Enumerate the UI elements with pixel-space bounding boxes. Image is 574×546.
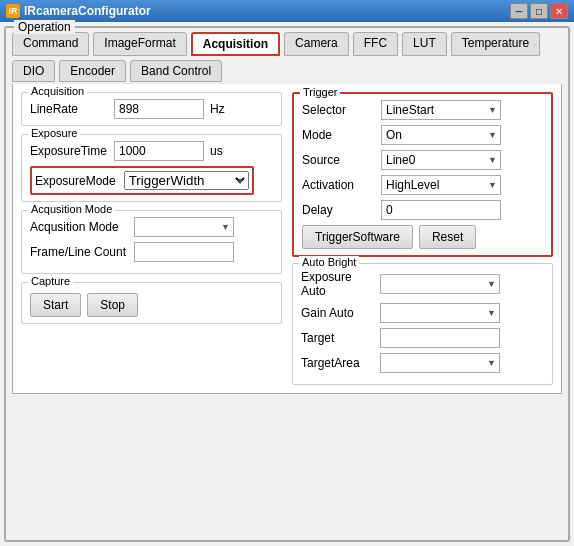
acquisition-section-label: Acquisition xyxy=(28,85,87,97)
exposure-auto-wrapper xyxy=(380,274,500,294)
title-bar-title: IR IRcameraConfigurator xyxy=(6,4,151,18)
acqmode-select-wrapper xyxy=(134,217,234,237)
trigger-activation-row: Activation HighLevel LowLevel RisingEdge… xyxy=(302,175,543,195)
trigger-activation-label: Activation xyxy=(302,178,377,192)
tab-bandcontrol[interactable]: Band Control xyxy=(130,60,222,82)
acqmode-label: Acqusition Mode xyxy=(30,220,130,234)
exposuremode-row: ExposureMode TriggerWidth Timed TriggerC… xyxy=(30,166,254,195)
trigger-selector-select[interactable]: LineStart FrameStart LineEnd xyxy=(381,100,501,120)
tabs-header: CommandImageFormatAcquisitionCameraFFCLU… xyxy=(12,32,562,84)
acqmode-select[interactable] xyxy=(134,217,234,237)
tab-panel: Acquisition LineRate Hz Exposure Exposur… xyxy=(12,84,562,394)
acqmode-section-label: Acqusition Mode xyxy=(28,203,115,215)
capture-buttons: Start Stop xyxy=(30,293,273,317)
trigger-selector-row: Selector LineStart FrameStart LineEnd xyxy=(302,100,543,120)
capture-section: Capture Start Stop xyxy=(21,282,282,324)
exposure-auto-label: Exposure Auto xyxy=(301,270,376,298)
reset-button[interactable]: Reset xyxy=(419,225,476,249)
targetarea-label: TargetArea xyxy=(301,356,376,370)
trigger-selector-label: Selector xyxy=(302,103,377,117)
exposuretime-label: ExposureTime xyxy=(30,144,110,158)
trigger-delay-input[interactable] xyxy=(381,200,501,220)
exposure-section-label: Exposure xyxy=(28,127,80,139)
exposure-auto-row: Exposure Auto xyxy=(301,270,544,298)
exposure-auto-select[interactable] xyxy=(380,274,500,294)
trigger-mode-wrapper: On Off xyxy=(381,125,501,145)
framelinecount-label: Frame/Line Count xyxy=(30,245,130,259)
trigger-section-label: Trigger xyxy=(300,86,340,98)
targetarea-row: TargetArea xyxy=(301,353,544,373)
gain-auto-select[interactable] xyxy=(380,303,500,323)
app-icon: IR xyxy=(6,4,20,18)
exposuretime-input[interactable] xyxy=(114,141,204,161)
autobright-section: Auto Bright Exposure Auto Gain Auto xyxy=(292,263,553,385)
gain-auto-row: Gain Auto xyxy=(301,303,544,323)
tab-ffc[interactable]: FFC xyxy=(353,32,398,56)
minimize-button[interactable]: ─ xyxy=(510,3,528,19)
app-title: IRcameraConfigurator xyxy=(24,4,151,18)
acqmode-row: Acqusition Mode xyxy=(30,217,273,237)
acqmode-section: Acqusition Mode Acqusition Mode Frame/Li… xyxy=(21,210,282,274)
trigger-mode-label: Mode xyxy=(302,128,377,142)
operation-group: Operation CommandImageFormatAcquisitionC… xyxy=(4,26,570,542)
tab-temperature[interactable]: Temperature xyxy=(451,32,540,56)
exposuretime-unit: us xyxy=(210,144,223,158)
target-label: Target xyxy=(301,331,376,345)
gain-auto-wrapper xyxy=(380,303,500,323)
exposure-section: Exposure ExposureTime us ExposureMode Tr… xyxy=(21,134,282,202)
trigger-activation-wrapper: HighLevel LowLevel RisingEdge FallingEdg… xyxy=(381,175,501,195)
capture-label: Capture xyxy=(28,275,73,287)
framelinecount-row: Frame/Line Count xyxy=(30,242,273,262)
left-panel: Acquisition LineRate Hz Exposure Exposur… xyxy=(21,92,282,385)
trigger-source-label: Source xyxy=(302,153,377,167)
trigger-mode-row: Mode On Off xyxy=(302,125,543,145)
trigger-delay-label: Delay xyxy=(302,203,377,217)
trigger-buttons: TriggerSoftware Reset xyxy=(302,225,543,249)
tab-command[interactable]: Command xyxy=(12,32,89,56)
targetarea-wrapper xyxy=(380,353,500,373)
trigger-source-wrapper: Line0 Line1 Software xyxy=(381,150,501,170)
main-window: Operation CommandImageFormatAcquisitionC… xyxy=(0,22,574,546)
linerate-input[interactable] xyxy=(114,99,204,119)
operation-label: Operation xyxy=(14,20,75,34)
start-button[interactable]: Start xyxy=(30,293,81,317)
tab-imageformat[interactable]: ImageFormat xyxy=(93,32,186,56)
tab-camera[interactable]: Camera xyxy=(284,32,349,56)
exposuremode-select-wrapper: TriggerWidth Timed TriggerControlled xyxy=(124,171,249,190)
autobright-label: Auto Bright xyxy=(299,256,359,268)
right-panel: Trigger Selector LineStart FrameStart Li… xyxy=(292,92,553,385)
exposuremode-label: ExposureMode xyxy=(35,174,116,188)
trigger-source-select[interactable]: Line0 Line1 Software xyxy=(381,150,501,170)
target-input[interactable] xyxy=(380,328,500,348)
maximize-button[interactable]: □ xyxy=(530,3,548,19)
title-bar: IR IRcameraConfigurator ─ □ ✕ xyxy=(0,0,574,22)
framelinecount-input[interactable] xyxy=(134,242,234,262)
gain-auto-label: Gain Auto xyxy=(301,306,376,320)
trigger-source-row: Source Line0 Line1 Software xyxy=(302,150,543,170)
trigger-section: Trigger Selector LineStart FrameStart Li… xyxy=(292,92,553,257)
tab-acquisition[interactable]: Acquisition xyxy=(191,32,280,56)
trigger-mode-select[interactable]: On Off xyxy=(381,125,501,145)
tab-lut[interactable]: LUT xyxy=(402,32,447,56)
stop-button[interactable]: Stop xyxy=(87,293,138,317)
acquisition-section: Acquisition LineRate Hz xyxy=(21,92,282,126)
tab-dio[interactable]: DIO xyxy=(12,60,55,82)
tab-encoder[interactable]: Encoder xyxy=(59,60,126,82)
close-button[interactable]: ✕ xyxy=(550,3,568,19)
exposuretime-row: ExposureTime us xyxy=(30,141,273,161)
triggersoftware-button[interactable]: TriggerSoftware xyxy=(302,225,413,249)
exposuremode-select[interactable]: TriggerWidth Timed TriggerControlled xyxy=(124,171,249,190)
targetarea-select[interactable] xyxy=(380,353,500,373)
trigger-delay-row: Delay xyxy=(302,200,543,220)
linerate-row: LineRate Hz xyxy=(30,99,273,119)
linerate-unit: Hz xyxy=(210,102,225,116)
linerate-label: LineRate xyxy=(30,102,110,116)
trigger-selector-wrapper: LineStart FrameStart LineEnd xyxy=(381,100,501,120)
title-bar-controls: ─ □ ✕ xyxy=(510,3,568,19)
trigger-activation-select[interactable]: HighLevel LowLevel RisingEdge FallingEdg… xyxy=(381,175,501,195)
target-row: Target xyxy=(301,328,544,348)
